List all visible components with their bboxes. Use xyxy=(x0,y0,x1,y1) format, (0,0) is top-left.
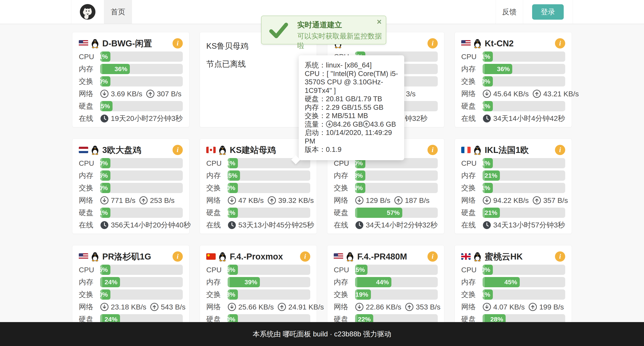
online-row: 在线19天20小时27分钟3秒 xyxy=(79,114,183,124)
cpu-row: CPU5% xyxy=(206,265,310,275)
tooltip-label: 系统： xyxy=(305,61,326,69)
server-info-tooltip: 系统：linux- [x86_64]CPU：[ "Intel(R) Core(T… xyxy=(299,55,404,160)
stat-label: 在线 xyxy=(461,220,482,230)
download-arrow-icon xyxy=(482,303,491,311)
mem-bar-fill: 24% xyxy=(100,277,120,287)
mem-row: 内存21% xyxy=(461,170,565,181)
uptime-text: 34天14小时4分钟42秒 xyxy=(493,114,565,124)
download-arrow-icon xyxy=(100,303,109,311)
info-icon[interactable]: i xyxy=(172,145,183,155)
disk-bar-fill: 1% xyxy=(228,208,238,218)
site-logo[interactable] xyxy=(71,0,104,24)
card-header: F.4.-Proxmoxi xyxy=(206,251,310,262)
info-icon[interactable]: i xyxy=(555,38,565,48)
tooltip-label: 交换： xyxy=(305,112,326,120)
card-header: PR洛杉矶1Gi xyxy=(79,251,183,262)
info-icon[interactable]: i xyxy=(172,38,183,48)
stat-label: 内存 xyxy=(79,171,100,180)
mem-bar-fill: 36% xyxy=(482,64,512,74)
download-arrow-icon xyxy=(228,303,236,311)
stat-label: CPU xyxy=(334,266,355,274)
info-icon[interactable]: i xyxy=(428,38,438,48)
stat-label: 交换 xyxy=(334,290,355,300)
net-down-value: 23.18 KB/s xyxy=(111,303,146,311)
linux-tux-icon xyxy=(218,252,227,262)
upload-arrow-icon xyxy=(532,90,541,98)
clock-icon xyxy=(482,114,491,123)
stat-label: 在线 xyxy=(334,220,355,230)
check-icon xyxy=(269,20,288,40)
stat-label: CPU xyxy=(461,52,482,61)
net-up-value: 357 B/s xyxy=(543,196,568,204)
uptime-text: 34天14小时2分钟32秒 xyxy=(366,220,438,230)
tooltip-row: 流量：84.26 GB43.6 GB xyxy=(305,120,398,128)
swap-bar-track: 0% xyxy=(100,290,183,300)
swap-bar-percent: 0% xyxy=(228,184,238,192)
tooltip-value: 2.29 GB/15.55 GB xyxy=(326,103,384,111)
swap-bar-fill: 8% xyxy=(228,290,238,300)
disk-bar-fill: 21% xyxy=(482,208,500,218)
stat-label: 交换 xyxy=(206,183,228,193)
cpu-bar-fill: 1% xyxy=(482,158,493,168)
info-icon[interactable]: i xyxy=(428,252,438,262)
upload-arrow-icon xyxy=(532,196,541,204)
stat-label: CPU xyxy=(79,52,100,61)
stat-label: 网络 xyxy=(79,196,100,205)
flag-us-icon xyxy=(79,40,88,46)
download-arrow-icon xyxy=(482,196,491,204)
info-icon[interactable]: i xyxy=(428,145,438,155)
download-arrow-icon xyxy=(355,196,364,204)
stat-label: CPU xyxy=(461,266,482,274)
uptime-value: 19天20小时27分钟3秒 xyxy=(100,114,182,124)
disk-row: 硬盘1% xyxy=(206,208,310,218)
info-icon[interactable]: i xyxy=(172,252,183,262)
net-down-value: 45.64 KB/s xyxy=(493,90,529,98)
tooltip-label: 内存： xyxy=(305,103,326,111)
toast-close-icon[interactable]: × xyxy=(377,18,382,26)
card-header: IKL法国1欧i xyxy=(461,144,565,156)
login-button[interactable]: 登录 xyxy=(532,4,564,20)
upload-arrow-icon xyxy=(363,120,370,128)
cpu-bar-fill: 1% xyxy=(100,52,110,62)
server-name: F.4.-Proxmox xyxy=(230,252,283,262)
cpu-bar-percent: 0% xyxy=(482,266,493,274)
swap-bar-track: 19% xyxy=(355,290,438,300)
stat-label: 在线 xyxy=(79,220,100,230)
disk-bar-track: 11% xyxy=(482,101,565,111)
uptime-value: 53天13小时45分钟25秒 xyxy=(228,220,314,230)
tooltip-row: 版本：0.1.9 xyxy=(305,145,398,154)
network-values: 47 KB/s39.32 KB/s xyxy=(228,196,314,204)
cpu-row: CPU5% xyxy=(79,265,183,275)
upload-arrow-icon xyxy=(405,303,414,311)
mem-row: 内存36% xyxy=(461,64,565,74)
stat-label: 网络 xyxy=(334,302,355,312)
cpu-bar-fill: 15% xyxy=(355,265,368,275)
stat-label: 硬盘 xyxy=(79,208,100,218)
cpu-bar-track: 1% xyxy=(482,52,565,62)
network-values: 771 B/s253 B/s xyxy=(100,196,175,204)
tooltip-row: 内存：2.29 GB/15.55 GB xyxy=(305,103,398,112)
nav-tab-home[interactable]: 首页 xyxy=(104,0,132,24)
server-card: D-BWG-闲置iCPU1%内存36%交换0%网络3.69 KB/s307 B/… xyxy=(72,32,190,127)
stat-label: 交换 xyxy=(79,76,100,86)
stat-label: CPU xyxy=(79,266,100,274)
stat-label: 交换 xyxy=(461,76,482,86)
server-name: KS建站母鸡 xyxy=(230,144,276,156)
disk-row: 硬盘1% xyxy=(79,208,183,218)
info-icon[interactable]: i xyxy=(300,252,310,262)
upload-arrow-icon xyxy=(139,196,148,204)
uptime-text: 53天13小时45分钟25秒 xyxy=(238,220,314,230)
tooltip-row: 交换：2 MB/511 MB xyxy=(305,112,398,120)
nav-link-feedback[interactable]: 反馈 xyxy=(496,0,523,24)
server-name: IKL法国1欧 xyxy=(485,144,529,156)
disk-bar-percent: 15% xyxy=(100,102,112,110)
info-icon[interactable]: i xyxy=(555,252,565,262)
cpu-bar-percent: 1% xyxy=(482,53,493,60)
network-row: 网络22.86 KB/s353 B/s xyxy=(334,302,438,312)
swap-bar-percent: 1% xyxy=(482,184,493,192)
info-icon[interactable]: i xyxy=(555,145,565,155)
swap-bar-fill: 1% xyxy=(482,183,493,193)
linux-tux-icon xyxy=(473,252,482,262)
mem-row: 内存24% xyxy=(79,277,183,287)
stat-label: 网络 xyxy=(79,89,100,99)
